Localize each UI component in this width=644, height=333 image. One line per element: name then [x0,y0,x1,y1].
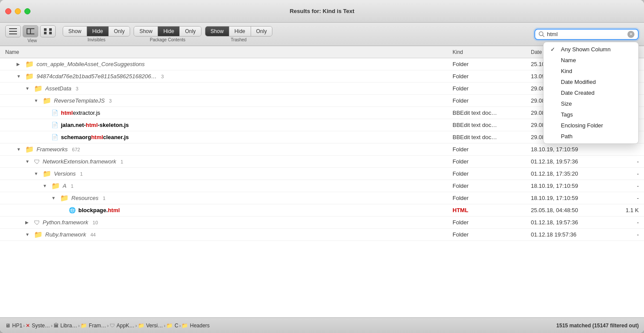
disclosure-triangle[interactable]: ▼ [25,232,31,237]
breadcrumb-separator: › [164,323,165,328]
html-file-icon: 🌐 [69,207,76,213]
breadcrumb-item-system[interactable]: ✕ Syste… [26,323,50,329]
disclosure-triangle[interactable]: ▼ [51,196,57,200]
file-modified-cell: 01.12.18 19:57:36 [531,231,609,238]
dropdown-item-name[interactable]: ✓ Name [543,55,638,66]
file-count-badge: 1 [71,183,74,189]
package-contents-label: Package Contents [150,37,185,42]
file-kind-cell: HTML [453,207,531,213]
breadcrumb-separator: › [23,323,25,328]
file-size-cell: - [609,170,644,177]
table-row[interactable]: ▼ 📁 Frameworks 672 Folder 18.10.19, 17:1… [0,143,644,156]
breadcrumb-item-library[interactable]: 🏛 Libra… [54,323,77,329]
dropdown-item-size[interactable]: ✓ Size [543,98,638,109]
file-count-badge: 1 [80,171,83,176]
table-row[interactable]: ▼ 📁 Resources 1 Folder 18.10.19, 17:10:5… [0,192,644,204]
file-name-cell: ▼ 📁 ReverseTemplateJS 3 [5,97,453,105]
disclosure-triangle[interactable]: ▼ [25,159,31,164]
status-count: 1515 matched (15147 filtered out) [557,323,639,329]
invisibles-only-button[interactable]: Only [109,27,130,36]
table-row[interactable]: ▶ 🛡 Python.framework 10 Folder 01.12.18,… [0,216,644,229]
disclosure-triangle[interactable]: ▼ [17,74,23,79]
file-modified-cell: 01.12.18, 19:57:36 [531,158,609,165]
table-row[interactable]: ▼ 📁 Versions 1 Folder 01.12.18, 17:35:20… [0,168,644,180]
breadcrumb-item-headers[interactable]: 📁 Headers [181,323,209,329]
breadcrumb-label: AppK… [117,323,134,329]
search-clear-button[interactable]: ✕ [627,31,634,38]
file-name-cell: ▼ 📁 AssetData 3 [5,84,453,93]
breadcrumb-item-appkit[interactable]: 🛡 AppK… [110,323,134,329]
minimize-button[interactable] [15,8,21,14]
breadcrumb-separator: › [179,323,181,328]
icon-view-button[interactable] [40,25,56,37]
svg-rect-9 [44,32,47,34]
file-modified-cell: 18.10.19, 17:10:59 [531,183,609,189]
table-row[interactable]: ▼ 📁 Ruby.framework 44 Folder 01.12.18 19… [0,229,644,241]
disclosure-triangle[interactable]: ▼ [34,98,40,103]
column-view-button[interactable] [23,25,38,37]
file-size-cell: - [609,183,644,189]
trashed-show-button[interactable]: Show [205,27,229,36]
file-kind-cell: Folder [453,170,531,177]
breadcrumb-item-versions[interactable]: 📁 Versi… [138,323,163,329]
file-kind-cell: Folder [453,146,531,153]
file-name-cell: ▼ 📁 Versions 1 [5,170,453,178]
dropdown-item-date-created[interactable]: ✓ Date Created [543,87,638,98]
file-kind-cell: Folder [453,61,531,67]
breadcrumb-item-hp1[interactable]: 🖥 HP1 [5,323,22,329]
folder-icon: 📁 [43,97,51,105]
package-show-button[interactable]: Show [134,27,158,36]
table-row[interactable]: ▼ 📁 A 1 Folder 18.10.19, 17:10:59 - [0,180,644,192]
file-name-cell: ▼ 📁 Resources 1 [5,194,453,202]
dropdown-item-date-modified[interactable]: ✓ Date Modified [543,77,638,87]
file-name-cell: ▼ 📁 A 1 [5,182,453,190]
file-name-label: A [63,183,67,189]
breadcrumb-label: Fram… [89,323,106,329]
disclosure-triangle[interactable]: ▶ [17,62,23,67]
disclosure-triangle[interactable]: ▼ [17,147,23,152]
file-kind-cell: Folder [453,97,531,104]
file-name-label: jalan.net-html-skeleton.js [61,122,129,128]
bbedit-file-icon: 📄 [51,122,58,128]
dropdown-item-label: Date Modified [561,79,596,85]
file-count-badge: 1 [103,196,105,201]
table-row[interactable]: ▼ 🛡 NetworkExtension.framework 1 Folder … [0,156,644,168]
file-name-label: com_apple_MobileAsset_CoreSuggestions [37,61,145,67]
dropdown-item-path[interactable]: ✓ Path [543,131,638,142]
folder-icon: 📁 [25,72,34,80]
table-row[interactable]: 🌐 blockpage.html HTML 25.05.18, 04:48:50… [0,204,644,216]
disclosure-triangle[interactable]: ▶ [25,220,31,225]
trashed-only-button[interactable]: Only [251,27,272,36]
breadcrumb-label: Libra… [60,323,77,329]
breadcrumb-separator: › [135,323,137,328]
close-button[interactable] [5,8,11,14]
dropdown-item-any-shown-column[interactable]: ✓ Any Shown Column [543,44,638,55]
breadcrumb-item-frameworks[interactable]: 📁 Fram… [80,323,106,329]
list-view-button[interactable] [5,25,21,37]
file-kind-cell: Folder [453,231,531,238]
file-name-cell: ▼ 📁 Frameworks 672 [5,145,453,153]
dropdown-item-kind[interactable]: ✓ Kind [543,66,638,77]
file-name-label: Python.framework [43,219,88,226]
trashed-hide-button[interactable]: Hide [229,27,251,36]
package-hide-button[interactable]: Hide [158,27,180,36]
invisibles-hide-button[interactable]: Hide [87,27,109,36]
folder-icon: 📁 [34,230,43,239]
svg-point-11 [539,32,543,36]
dropdown-item-enclosing-folder[interactable]: ✓ Enclosing Folder [543,120,638,131]
breadcrumb-item-c[interactable]: 📁 C [166,323,178,329]
file-size-cell: - [609,219,644,226]
disclosure-triangle[interactable]: ▼ [34,171,40,176]
invisibles-show-button[interactable]: Show [63,27,87,36]
dropdown-item-tags[interactable]: ✓ Tags [543,109,638,120]
shield-icon: 🛡 [34,158,40,165]
disclosure-triangle[interactable]: ▼ [43,183,49,188]
maximize-button[interactable] [24,8,30,14]
bbedit-file-icon: 📄 [51,110,58,116]
svg-rect-4 [30,28,31,34]
package-only-button[interactable]: Only [180,27,201,36]
file-name-label: AssetData [45,85,71,92]
search-input[interactable] [547,31,625,37]
disclosure-triangle[interactable]: ▼ [25,86,31,91]
file-name-cell: ▼ 📁 94874cdaf76e2b1bad57e8115a5862516820… [5,72,453,80]
